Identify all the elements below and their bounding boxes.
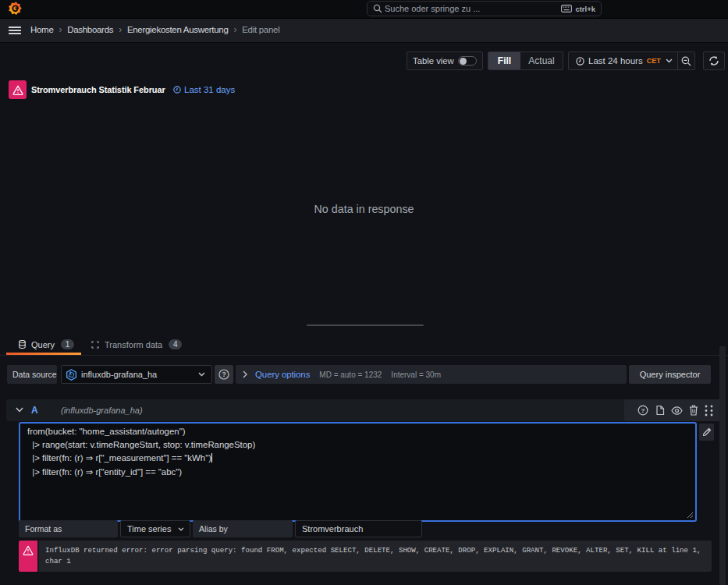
svg-text:?: ?: [641, 407, 645, 414]
svg-text:?: ?: [222, 370, 226, 378]
